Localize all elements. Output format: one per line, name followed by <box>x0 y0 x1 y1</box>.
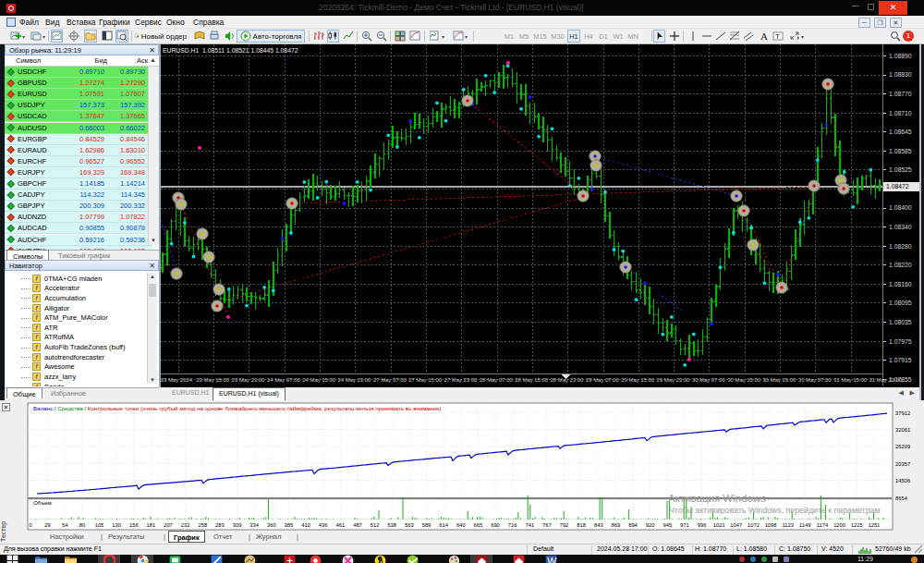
svg-text:Баланс / Средства / Контрольны: Баланс / Средства / Контрольные точки (о… <box>33 405 441 411</box>
svg-text:461: 461 <box>335 522 345 528</box>
svg-text:8654: 8654 <box>895 496 908 501</box>
svg-text:487: 487 <box>353 522 362 528</box>
svg-text:29 May 07:00: 29 May 07:00 <box>586 377 619 383</box>
svg-text:31 May 15:00: 31 May 15:00 <box>833 377 867 383</box>
svg-text:14506: 14506 <box>895 478 910 483</box>
svg-text:1.07975: 1.07975 <box>889 338 912 345</box>
svg-text:130: 130 <box>112 522 121 528</box>
svg-text:996: 996 <box>698 522 707 528</box>
svg-text:27 May 23:00: 27 May 23:00 <box>444 377 478 383</box>
svg-text:31 May 23:00: 31 May 23:00 <box>869 377 903 383</box>
svg-text:1174: 1174 <box>817 522 829 528</box>
svg-text:1.08525: 1.08525 <box>889 166 912 173</box>
svg-text:360: 360 <box>267 522 276 528</box>
svg-text:105: 105 <box>95 522 104 528</box>
svg-text:EURUSD,H1 1.08511 1.08521 1.0: EURUSD,H1 1.08511 1.08521 1.08445 1.0847… <box>163 47 298 54</box>
svg-text:1072: 1072 <box>748 522 760 528</box>
svg-text:26209: 26209 <box>895 444 910 449</box>
svg-text:Объем: Объем <box>33 499 52 506</box>
svg-text:29 May 23:00: 29 May 23:00 <box>657 377 690 383</box>
svg-text:258: 258 <box>198 522 207 528</box>
svg-text:29: 29 <box>44 522 50 528</box>
svg-text:843: 843 <box>594 522 603 528</box>
svg-text:1200: 1200 <box>833 522 845 528</box>
svg-text:512: 512 <box>371 522 380 528</box>
svg-text:1.08035: 1.08035 <box>889 319 912 325</box>
svg-text:80: 80 <box>79 522 85 528</box>
svg-text:1.08472: 1.08472 <box>886 183 909 190</box>
svg-text:1123: 1123 <box>782 522 793 528</box>
svg-text:54: 54 <box>62 522 68 528</box>
svg-text:436: 436 <box>319 522 328 528</box>
svg-text:894: 894 <box>628 522 638 528</box>
svg-text:28 May 07:00: 28 May 07:00 <box>480 377 513 383</box>
svg-text:614: 614 <box>439 522 448 528</box>
svg-text:1.07915: 1.07915 <box>889 357 912 363</box>
svg-text:283: 283 <box>215 522 225 528</box>
svg-text:20357: 20357 <box>895 461 910 467</box>
svg-text:1149: 1149 <box>799 522 810 528</box>
svg-text:1225: 1225 <box>851 522 863 528</box>
svg-text:1047: 1047 <box>730 522 742 528</box>
svg-text:1.08890: 1.08890 <box>889 53 912 59</box>
svg-text:563: 563 <box>405 522 414 528</box>
svg-text:920: 920 <box>646 522 655 528</box>
svg-text:1.08585: 1.08585 <box>889 148 912 154</box>
svg-text:1251: 1251 <box>868 522 880 528</box>
svg-text:1.08830: 1.08830 <box>889 71 912 78</box>
svg-text:29 May 15:00: 29 May 15:00 <box>621 377 654 383</box>
svg-text:30 May 23:00: 30 May 23:00 <box>763 377 796 383</box>
svg-text:24 May 23:00: 24 May 23:00 <box>338 377 371 383</box>
svg-text:24 May 07:00: 24 May 07:00 <box>267 377 300 383</box>
svg-text:24 May 15:00: 24 May 15:00 <box>302 377 335 383</box>
svg-text:27 May 07:00: 27 May 07:00 <box>373 377 407 383</box>
svg-text:1.08400: 1.08400 <box>889 204 912 211</box>
svg-text:32061: 32061 <box>895 427 910 433</box>
svg-text:23 May 2024: 23 May 2024 <box>161 377 193 383</box>
svg-text:869: 869 <box>612 522 621 528</box>
svg-text:31 May 07:00: 31 May 07:00 <box>798 377 832 383</box>
svg-text:1.08280: 1.08280 <box>889 243 912 250</box>
svg-text:T: T <box>775 32 780 41</box>
svg-text:1.08095: 1.08095 <box>889 300 912 306</box>
svg-text:690: 690 <box>491 522 500 528</box>
svg-text:741: 741 <box>525 522 534 528</box>
svg-text:W: W <box>547 556 556 563</box>
svg-text:1.08645: 1.08645 <box>889 129 912 135</box>
svg-text:232: 232 <box>181 522 190 528</box>
svg-text:945: 945 <box>663 522 672 528</box>
svg-text:30 May 15:00: 30 May 15:00 <box>727 377 760 383</box>
svg-text:716: 716 <box>508 522 517 528</box>
svg-text:665: 665 <box>474 522 483 528</box>
svg-text:1021: 1021 <box>713 522 725 528</box>
svg-text:156: 156 <box>129 522 139 528</box>
svg-text:538: 538 <box>387 522 396 528</box>
svg-text:23 May 23:00: 23 May 23:00 <box>232 377 265 383</box>
svg-text:767: 767 <box>542 522 552 528</box>
svg-text:28 May 15:00: 28 May 15:00 <box>515 377 548 383</box>
svg-text:37912: 37912 <box>895 410 910 416</box>
svg-text:207: 207 <box>164 522 173 528</box>
svg-text:1098: 1098 <box>765 522 777 528</box>
svg-text:640: 640 <box>456 522 466 528</box>
svg-text:818: 818 <box>577 522 586 528</box>
svg-text:385: 385 <box>285 522 294 528</box>
svg-text:1.08770: 1.08770 <box>889 91 912 97</box>
svg-text:334: 334 <box>249 522 259 528</box>
svg-text:28 May 23:00: 28 May 23:00 <box>551 377 584 383</box>
svg-text:971: 971 <box>680 522 689 528</box>
svg-text:23 May 15:00: 23 May 15:00 <box>196 377 229 383</box>
svg-text:A: A <box>760 31 768 42</box>
svg-text:0: 0 <box>29 522 31 528</box>
svg-text:1.08160: 1.08160 <box>889 281 912 288</box>
svg-text:792: 792 <box>560 522 569 528</box>
svg-text:1.08340: 1.08340 <box>889 224 912 230</box>
svg-text:309: 309 <box>233 522 242 528</box>
svg-text:1.08710: 1.08710 <box>889 110 912 116</box>
svg-text:589: 589 <box>422 522 432 528</box>
svg-text:1.08220: 1.08220 <box>889 262 912 268</box>
svg-text:30 May 07:00: 30 May 07:00 <box>692 377 725 383</box>
svg-text:181: 181 <box>147 522 156 528</box>
svg-text:27 May 15:00: 27 May 15:00 <box>408 377 442 383</box>
svg-text:410: 410 <box>301 522 310 528</box>
